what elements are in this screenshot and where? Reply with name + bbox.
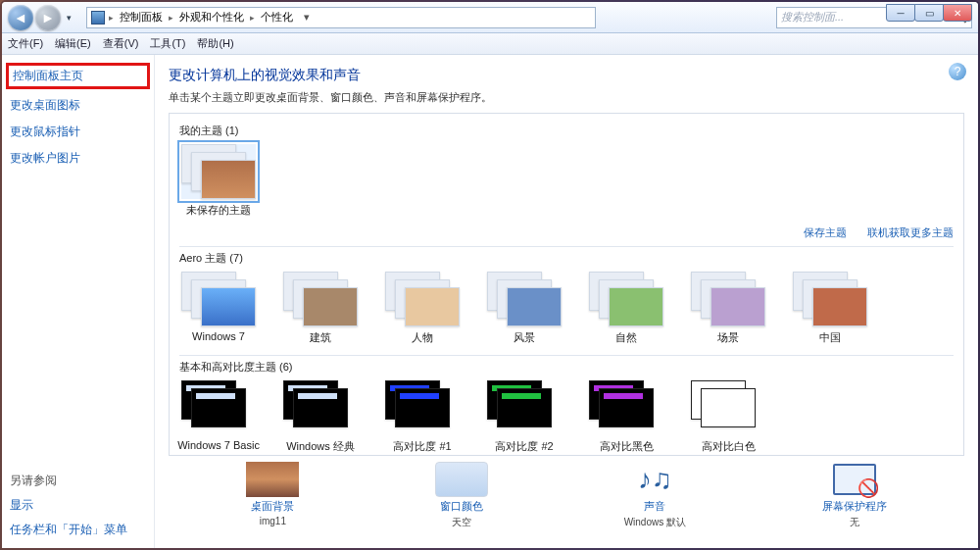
breadcrumb-seg-2[interactable]: 个性化 [259,10,295,25]
desktop-bg-icon [246,462,299,497]
theme-basic-1[interactable]: Windows 经典 [281,380,360,454]
theme-aero-0[interactable]: Windows 7 [179,272,258,345]
theme-aero-2[interactable]: 人物 [383,272,462,345]
theme-label: 未保存的主题 [186,203,251,218]
sidebar-footer-display[interactable]: 显示 [10,497,146,514]
breadcrumb-sep: ▸ [250,13,255,23]
nav-arrows: ◄ ► [8,5,61,30]
theme-label: 高对比度 #1 [393,439,451,454]
back-button[interactable]: ◄ [8,5,33,30]
breadcrumb-seg-0[interactable]: 控制面板 [118,10,165,25]
theme-aero-3[interactable]: 风景 [485,272,564,345]
menu-file[interactable]: 文件(F) [8,36,43,51]
sidebar-footer: 另请参阅 显示 任务栏和「开始」菜单 [10,473,146,538]
menu-edit[interactable]: 编辑(E) [55,36,91,51]
main-content: ? 更改计算机上的视觉效果和声音 单击某个主题立即更改桌面背景、窗口颜色、声音和… [155,55,978,548]
search-placeholder: 搜索控制面... [781,10,844,25]
sidebar: 控制面板主页 更改桌面图标 更改鼠标指针 更改帐户图片 另请参阅 显示 任务栏和… [2,55,155,548]
theme-label: 建筑 [310,330,331,345]
picker-label: 声音 [644,499,665,514]
sidebar-item-account[interactable]: 更改帐户图片 [10,150,146,167]
theme-aero-6[interactable]: 中国 [791,272,869,345]
history-dropdown[interactable]: ▾ [67,13,80,23]
sidebar-item-home[interactable]: 控制面板主页 [6,63,150,89]
menu-bar: 文件(F) 编辑(E) 查看(V) 工具(T) 帮助(H) [2,33,978,55]
menu-tools[interactable]: 工具(T) [150,36,185,51]
theme-aero-1[interactable]: 建筑 [281,272,360,345]
sidebar-footer-heading: 另请参阅 [10,473,146,489]
theme-label: Windows 7 Basic [177,439,260,451]
forward-button[interactable]: ► [35,5,61,30]
section-aero-themes: Aero 主题 (7) [179,251,954,266]
picker-window-color[interactable]: 窗口颜色 天空 [435,462,488,529]
theme-label: 高对比度 #2 [495,439,553,454]
theme-label: Windows 经典 [286,439,355,454]
breadcrumb-dropdown[interactable]: ▾ [299,11,315,24]
picker-value: 无 [850,516,859,529]
theme-label: 高对比白色 [702,439,756,454]
page-subtitle: 单击某个主题立即更改桌面背景、窗口颜色、声音和屏幕保护程序。 [169,90,964,105]
theme-label: 场景 [717,330,739,345]
breadcrumb-seg-1[interactable]: 外观和个性化 [177,10,246,25]
theme-basic-0[interactable]: Windows 7 Basic [179,380,258,454]
theme-basic-4[interactable]: 高对比黑色 [587,380,665,454]
sidebar-item-cursor[interactable]: 更改鼠标指针 [10,124,146,140]
breadcrumb-sep: ▸ [109,13,114,23]
picker-desktop-bg[interactable]: 桌面背景 img11 [246,462,299,526]
picker-value: img11 [260,516,286,526]
theme-aero-5[interactable]: 场景 [689,272,767,345]
theme-label: 自然 [615,330,637,345]
theme-basic-2[interactable]: 高对比度 #1 [383,380,462,454]
picker-label: 屏幕保护程序 [822,499,887,514]
breadcrumb-icon [91,11,105,25]
close-button[interactable]: ✕ [943,4,972,22]
picker-label: 桌面背景 [251,499,294,514]
save-theme-link[interactable]: 保存主题 [804,226,847,238]
theme-label: 高对比黑色 [600,439,654,454]
theme-links: 保存主题 联机获取更多主题 [179,225,954,240]
picker-screensaver[interactable]: 屏幕保护程序 无 [822,462,887,529]
themes-list[interactable]: 我的主题 (1) 未保存的主题 保存主题 联机获取更多主题 Aero 主题 (7… [169,113,964,456]
breadcrumb-sep: ▸ [169,13,173,23]
theme-unsaved[interactable]: 未保存的主题 [179,144,258,218]
theme-label: 风景 [514,330,535,345]
menu-view[interactable]: 查看(V) [103,36,139,51]
picker-label: 窗口颜色 [440,499,483,514]
screensaver-icon [828,462,881,497]
section-basic-themes: 基本和高对比度主题 (6) [179,360,954,375]
more-themes-link[interactable]: 联机获取更多主题 [867,226,954,238]
window-color-icon [435,462,488,497]
maximize-button[interactable]: ▭ [914,4,944,22]
sidebar-footer-taskbar[interactable]: 任务栏和「开始」菜单 [10,522,146,538]
theme-label: Windows 7 [192,330,245,342]
picker-value: 天空 [452,516,471,529]
help-button[interactable]: ? [949,63,966,80]
page-title: 更改计算机上的视觉效果和声音 [169,67,964,84]
nav-bar: ◄ ► ▾ ▸ 控制面板 ▸ 外观和个性化 ▸ 个性化 ▾ 搜索控制面... 🔍 [2,2,978,33]
minimize-button[interactable]: ─ [886,4,915,22]
sound-icon: ♪♫ [628,462,681,497]
theme-basic-3[interactable]: 高对比度 #2 [485,380,564,454]
menu-help[interactable]: 帮助(H) [197,36,233,51]
theme-label: 人物 [412,330,433,345]
picker-sound[interactable]: ♪♫ 声音 Windows 默认 [624,462,686,529]
theme-aero-4[interactable]: 自然 [587,272,665,345]
sidebar-item-icons[interactable]: 更改桌面图标 [10,97,146,114]
control-panel-window: ◄ ► ▾ ▸ 控制面板 ▸ 外观和个性化 ▸ 个性化 ▾ 搜索控制面... 🔍… [2,2,978,548]
section-my-themes: 我的主题 (1) [179,124,954,138]
breadcrumb[interactable]: ▸ 控制面板 ▸ 外观和个性化 ▸ 个性化 ▾ [86,7,596,28]
picker-row: 桌面背景 img11 窗口颜色 天空 ♪♫ 声音 Windows 默认 屏幕保护… [169,456,964,529]
window-controls: ─ ▭ ✕ [887,4,972,22]
picker-value: Windows 默认 [624,516,686,529]
theme-basic-5[interactable]: 高对比白色 [689,380,767,454]
theme-label: 中国 [819,330,841,345]
